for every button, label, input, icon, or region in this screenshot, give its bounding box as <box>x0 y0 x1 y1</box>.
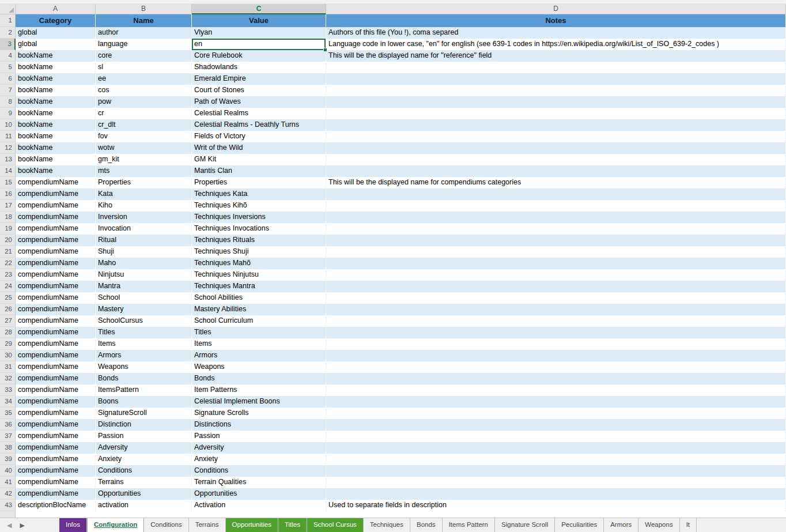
cell-A14[interactable]: bookName <box>16 165 96 177</box>
cell-C16[interactable]: Techniques Kata <box>192 188 326 200</box>
row-header-6[interactable]: 6 <box>0 73 16 85</box>
cell-A33[interactable]: compendiumName <box>16 384 96 396</box>
cell-D20[interactable] <box>326 235 786 246</box>
row-header-26[interactable]: 26 <box>0 304 16 315</box>
cell-C20[interactable]: Techniques Rituals <box>192 235 326 246</box>
cell-B27[interactable]: SchoolCursus <box>96 315 192 327</box>
sheet-tab-school-cursus[interactable]: School Cursus <box>307 518 364 532</box>
cell-A34[interactable]: compendiumName <box>16 396 96 408</box>
cell-B14[interactable]: mts <box>96 165 192 177</box>
prev-sheet-arrow-icon[interactable]: ◀ <box>7 522 12 529</box>
cell-A8[interactable]: bookName <box>16 96 96 108</box>
cell-C10[interactable]: Celestial Realms - Deathly Turns <box>192 119 326 131</box>
select-all-button[interactable] <box>0 4 16 14</box>
cell-C3[interactable]: en <box>192 39 326 50</box>
cell-B41[interactable]: Terrains <box>96 477 192 488</box>
cell-D42[interactable] <box>326 488 786 500</box>
cell-A19[interactable]: compendiumName <box>16 223 96 235</box>
sheet-tab-it[interactable]: It <box>680 518 697 532</box>
row-header-9[interactable]: 9 <box>0 108 16 119</box>
row-header-24[interactable]: 24 <box>0 281 16 292</box>
cell-B42[interactable]: Opportunities <box>96 488 192 500</box>
cell-A13[interactable]: bookName <box>16 154 96 165</box>
cell-C30[interactable]: Armors <box>192 350 326 361</box>
cell-B21[interactable]: Shuji <box>96 246 192 258</box>
column-header-D[interactable]: D <box>326 4 786 14</box>
sheet-tab-items-pattern[interactable]: Items Pattern <box>443 518 495 532</box>
cell-C31[interactable]: Weapons <box>192 361 326 373</box>
cell-D24[interactable] <box>326 281 786 292</box>
row-header-16[interactable]: 16 <box>0 188 16 200</box>
cell-D11[interactable] <box>326 131 786 142</box>
cell-D16[interactable] <box>326 188 786 200</box>
cell-C38[interactable]: Adversity <box>192 442 326 454</box>
cell-D39[interactable] <box>326 454 786 465</box>
cell-C6[interactable]: Emerald Empire <box>192 73 326 85</box>
row-header-2[interactable]: 2 <box>0 27 16 39</box>
cell-C28[interactable]: Titles <box>192 327 326 338</box>
cell-C19[interactable]: Techniques Invocations <box>192 223 326 235</box>
cell-C40[interactable]: Conditions <box>192 465 326 477</box>
cell-B18[interactable]: Inversion <box>96 212 192 223</box>
cell-C15[interactable]: Properties <box>192 177 326 188</box>
cell-D31[interactable] <box>326 361 786 373</box>
cell-D3[interactable]: Language code in lower case, "en" for en… <box>326 39 786 50</box>
row-header-32[interactable]: 32 <box>0 373 16 384</box>
cell-D34[interactable] <box>326 396 786 408</box>
cell-B2[interactable]: author <box>96 27 192 39</box>
cell-C7[interactable]: Court of Stones <box>192 85 326 96</box>
cell-D38[interactable] <box>326 442 786 454</box>
row-header-13[interactable]: 13 <box>0 154 16 165</box>
cell-B15[interactable]: Properties <box>96 177 192 188</box>
cell-B7[interactable]: cos <box>96 85 192 96</box>
cell-D26[interactable] <box>326 304 786 315</box>
cell-D8[interactable] <box>326 96 786 108</box>
cell-C32[interactable]: Bonds <box>192 373 326 384</box>
cell-A29[interactable]: compendiumName <box>16 338 96 350</box>
cell-D13[interactable] <box>326 154 786 165</box>
cell-A39[interactable]: compendiumName <box>16 454 96 465</box>
cell-A17[interactable]: compendiumName <box>16 200 96 212</box>
cell-C13[interactable]: GM Kit <box>192 154 326 165</box>
cell-C4[interactable]: Core Rulebook <box>192 50 326 62</box>
cell-B39[interactable]: Anxiety <box>96 454 192 465</box>
row-header-38[interactable]: 38 <box>0 442 16 454</box>
cell-B37[interactable]: Passion <box>96 431 192 442</box>
cell-A22[interactable]: compendiumName <box>16 258 96 269</box>
row-header-43[interactable]: 43 <box>0 500 16 511</box>
row-header-14[interactable]: 14 <box>0 165 16 177</box>
row-header-20[interactable]: 20 <box>0 235 16 246</box>
cell-B10[interactable]: cr_dlt <box>96 119 192 131</box>
cell-C5[interactable]: Shadowlands <box>192 62 326 73</box>
cell-B26[interactable]: Mastery <box>96 304 192 315</box>
cell-C37[interactable]: Passion <box>192 431 326 442</box>
row-header-3[interactable]: 3 <box>0 39 16 50</box>
cell-A2[interactable]: global <box>16 27 96 39</box>
row-header-8[interactable]: 8 <box>0 96 16 108</box>
cell-D15[interactable]: This will be the displayed name for comp… <box>326 177 786 188</box>
column-header-C[interactable]: C <box>192 4 326 14</box>
cell-A21[interactable]: compendiumName <box>16 246 96 258</box>
cell-C11[interactable]: Fields of Victory <box>192 131 326 142</box>
cell-B9[interactable]: cr <box>96 108 192 119</box>
cell-C27[interactable]: School Curriculum <box>192 315 326 327</box>
sheet-tab-conditions[interactable]: Conditions <box>144 518 188 532</box>
cell-D27[interactable] <box>326 315 786 327</box>
cell-D5[interactable] <box>326 62 786 73</box>
cell-C21[interactable]: Techniques Shuji <box>192 246 326 258</box>
cell-A3[interactable]: global <box>16 39 96 50</box>
cell-D10[interactable] <box>326 119 786 131</box>
cell-B23[interactable]: Ninjutsu <box>96 269 192 281</box>
cell-A5[interactable]: bookName <box>16 62 96 73</box>
cell-B6[interactable]: ee <box>96 73 192 85</box>
cell-C33[interactable]: Item Patterns <box>192 384 326 396</box>
cell-C29[interactable]: Items <box>192 338 326 350</box>
cell-B11[interactable]: fov <box>96 131 192 142</box>
cell-A16[interactable]: compendiumName <box>16 188 96 200</box>
cell-B24[interactable]: Mantra <box>96 281 192 292</box>
cell-A43[interactable]: descriptionBlocName <box>16 500 96 511</box>
header-cell-C1[interactable]: Value <box>192 14 326 27</box>
cell-D19[interactable] <box>326 223 786 235</box>
cell-B30[interactable]: Armors <box>96 350 192 361</box>
cell-B25[interactable]: School <box>96 292 192 304</box>
